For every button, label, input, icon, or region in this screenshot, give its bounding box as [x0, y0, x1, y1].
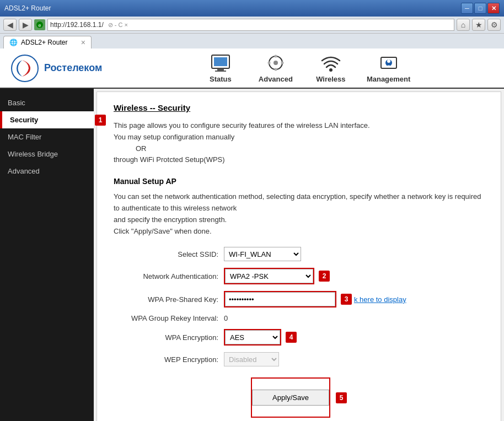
wpa-encryption-label: WPA Encryption:	[114, 333, 218, 342]
sidebar-item-mac-filter[interactable]: MAC Filter	[0, 128, 94, 145]
select-ssid-row: Select SSID: WI-FI_WLAN	[114, 247, 484, 261]
wpa-encryption-highlight: AES	[224, 329, 281, 346]
wireless-icon	[320, 53, 342, 73]
address-input[interactable]: http://192.168.1.1/ ⊘ - C ×	[47, 19, 454, 31]
nav-status[interactable]: Status	[201, 53, 240, 83]
wep-encryption-label: WEP Encryption:	[114, 355, 218, 364]
network-auth-control: WPA2 -PSK 2	[224, 268, 330, 284]
address-bar: e http://192.168.1.1/ ⊘ - C ×	[34, 19, 454, 31]
sidebar-item-wireless-bridge[interactable]: Wireless Bridge	[0, 145, 94, 163]
wpa-key-input[interactable]	[225, 292, 335, 306]
network-auth-label: Network Authentication:	[114, 272, 218, 280]
logo-text: Ростелеком	[44, 62, 102, 74]
nav-wireless[interactable]: Wireless	[312, 53, 350, 83]
logo-area: Ростелеком	[11, 55, 102, 82]
apply-save-highlight: Apply/Save	[251, 377, 330, 418]
rostelecom-logo-icon	[11, 55, 39, 82]
nav-advanced[interactable]: Advanced	[256, 53, 295, 83]
svg-point-9	[274, 55, 277, 58]
apply-save-wrapper: Apply/Save 5	[114, 377, 484, 418]
security-badge: 1	[95, 115, 106, 126]
nav-management-label: Management	[367, 75, 410, 83]
main-layout: Basic Security 1 MAC Filter Wireless Bri…	[0, 89, 504, 421]
wpa-rekey-value: 0	[224, 314, 228, 322]
router-header: Ростелеком Status	[0, 48, 504, 89]
sidebar: Basic Security 1 MAC Filter Wireless Bri…	[0, 89, 94, 421]
wpa-rekey-label: WPA Group Rekey Interval:	[114, 314, 218, 322]
sidebar-security-label: Security	[10, 116, 38, 124]
tab-favicon: 🌐	[9, 39, 18, 46]
tab-close-button[interactable]: ×	[81, 38, 85, 47]
svg-rect-6	[215, 71, 226, 72]
svg-text:e: e	[38, 23, 41, 28]
nav-wireless-label: Wireless	[316, 75, 345, 83]
page-title: Wireless -- Security	[114, 103, 484, 112]
management-icon	[378, 53, 400, 73]
select-ssid-label: Select SSID:	[114, 250, 218, 258]
tools-button[interactable]: ⚙	[487, 19, 501, 31]
maximize-button[interactable]: □	[474, 3, 486, 14]
wpa-encryption-select[interactable]: AES	[225, 330, 280, 344]
network-auth-badge: 2	[319, 271, 330, 282]
wpa-key-control: 3 k here to display	[224, 291, 406, 307]
nav-bar: ◀ ▶ e http://192.168.1.1/ ⊘ - C × ⌂ ★ ⚙	[0, 17, 504, 34]
svg-point-8	[274, 61, 278, 65]
wpa-encryption-control: AES 4	[224, 329, 297, 346]
svg-point-2	[12, 55, 38, 82]
select-ssid-control: WI-FI_WLAN	[224, 247, 301, 261]
network-auth-select[interactable]: WPA2 -PSK	[225, 269, 313, 283]
select-ssid-select[interactable]: WI-FI_WLAN	[224, 247, 301, 261]
sidebar-item-security[interactable]: Security 1	[0, 111, 94, 128]
wep-encryption-row: WEP Encryption: Disabled	[114, 352, 484, 366]
apply-save-button[interactable]: Apply/Save	[252, 390, 329, 406]
sidebar-basic-label: Basic	[8, 99, 25, 107]
wpa-rekey-row: WPA Group Rekey Interval: 0	[114, 314, 484, 322]
svg-rect-5	[217, 68, 224, 71]
desc-line2: You may setup configuration manually	[114, 133, 234, 141]
wpa-key-display-link[interactable]: k here to display	[354, 295, 406, 304]
wpa-key-highlight	[224, 291, 336, 307]
apply-save-badge: 5	[336, 392, 347, 403]
back-button[interactable]: ◀	[3, 19, 17, 31]
network-auth-row: Network Authentication: WPA2 -PSK 2	[114, 268, 484, 284]
svg-point-16	[387, 60, 390, 63]
sidebar-mac-label: MAC Filter	[8, 133, 41, 141]
sidebar-item-advanced[interactable]: Advanced	[0, 163, 94, 180]
wpa-encryption-badge: 4	[286, 332, 297, 343]
sidebar-item-basic[interactable]: Basic	[0, 94, 94, 111]
form-area: Select SSID: WI-FI_WLAN Network Authenti…	[114, 247, 484, 418]
tab-label: ADSL2+ Router	[21, 39, 67, 46]
section-title: Manual Setup AP	[114, 177, 484, 186]
status-icon	[210, 53, 232, 73]
minimize-button[interactable]: ─	[461, 3, 473, 14]
page-container: Ростелеком Status	[0, 48, 504, 420]
address-text: http://192.168.1.1/	[50, 21, 104, 29]
wep-encryption-select[interactable]: Disabled	[224, 352, 279, 366]
desc-line1: This page allows you to configure securi…	[114, 121, 370, 129]
sidebar-advanced-label: Advanced	[8, 167, 40, 175]
window-title: ADSL2+ Router	[4, 4, 457, 12]
svg-point-10	[274, 68, 277, 71]
favorites-button[interactable]: ★	[472, 19, 485, 31]
title-bar: ADSL2+ Router ─ □ ✕	[0, 0, 504, 17]
wep-encryption-control: Disabled	[224, 352, 279, 366]
content-area: Wireless -- Security This page allows yo…	[96, 91, 501, 421]
svg-point-12	[281, 62, 283, 64]
description: This page allows you to configure securi…	[114, 120, 484, 166]
active-tab[interactable]: 🌐 ADSL2+ Router ×	[3, 36, 92, 48]
sidebar-bridge-label: Wireless Bridge	[8, 150, 58, 158]
section-description: You can set the network authentication m…	[114, 191, 484, 237]
svg-point-11	[267, 62, 270, 64]
wpa-key-label: WPA Pre-Shared Key:	[114, 295, 218, 304]
header-nav: Status Advanced	[119, 53, 493, 83]
home-button[interactable]: ⌂	[457, 19, 470, 31]
search-icon: ⊘ - C ×	[108, 21, 128, 29]
nav-management[interactable]: Management	[367, 53, 410, 83]
svg-rect-4	[214, 57, 227, 66]
nav-status-label: Status	[210, 75, 232, 83]
close-button[interactable]: ✕	[487, 3, 500, 14]
forward-button[interactable]: ▶	[19, 19, 32, 31]
wpa-key-row: WPA Pre-Shared Key: 3 k here to display	[114, 291, 484, 307]
desc-line3: OR	[136, 144, 147, 153]
svg-point-13	[329, 68, 333, 72]
